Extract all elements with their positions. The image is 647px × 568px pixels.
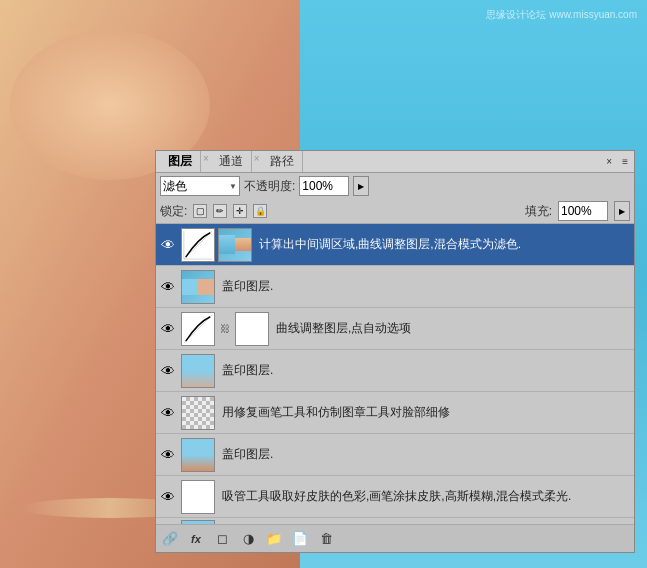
tab-divider-2: ×	[252, 151, 262, 172]
layer-thumbnail-left	[181, 312, 215, 346]
layer-item[interactable]: 👁 盖印图层.	[156, 266, 634, 308]
blend-row: 滤色 ▼ 不透明度: 100% ▶	[156, 173, 634, 199]
layer-visibility-icon[interactable]: 👁	[158, 277, 178, 297]
opacity-input[interactable]: 100%	[299, 176, 349, 196]
layer-item[interactable]: 👁 吸管工具吸取好皮肤的色彩,画笔涂抹皮肤,高斯模糊,混合模式柔光.	[156, 476, 634, 518]
blend-mode-arrow: ▼	[229, 182, 237, 191]
delete-layer-button[interactable]: 🗑	[316, 529, 336, 549]
layer-thumbnail	[181, 396, 215, 430]
layer-name: 计算出中间调区域,曲线调整图层,混合模式为滤色.	[255, 236, 632, 253]
close-button[interactable]: ×	[602, 155, 616, 169]
watermark: 思缘设计论坛 www.missyuan.com	[486, 8, 637, 22]
lock-transparency-icon[interactable]: ▢	[193, 204, 207, 218]
layer-thumbnail	[181, 438, 215, 472]
tab-layers[interactable]: 图层	[160, 151, 201, 172]
layer-thumbnail	[181, 354, 215, 388]
layer-thumbnail-left	[181, 228, 215, 262]
layer-thumbnail	[181, 520, 215, 525]
blend-mode-select[interactable]: 滤色 ▼	[160, 176, 240, 196]
layer-link-icon: ⛓	[220, 323, 230, 334]
layer-style-button[interactable]: fx	[186, 529, 206, 549]
adjustment-layer-button[interactable]: ◑	[238, 529, 258, 549]
layer-item[interactable]: 👁 ⛓ 曲线调整图层,点自动选项	[156, 308, 634, 350]
layer-thumbnail	[181, 270, 215, 304]
link-layers-button[interactable]: 🔗	[160, 529, 180, 549]
fill-arrow-button[interactable]: ▶	[614, 201, 630, 221]
layers-panel: 图层 × 通道 × 路径 × ≡ 滤色 ▼ 不透明度: 100% ▶ 锁定: ▢…	[155, 150, 635, 553]
layer-visibility-icon[interactable]: 👁	[158, 403, 178, 423]
layers-list: 👁 计算出中间调区域,曲线调整图层,混合模式为滤色. 👁	[156, 224, 634, 524]
new-layer-button[interactable]: 📄	[290, 529, 310, 549]
layer-visibility-icon[interactable]: 👁	[158, 487, 178, 507]
layer-thumbnail-right	[235, 312, 269, 346]
lock-label: 锁定:	[160, 203, 187, 220]
layer-visibility-icon[interactable]: 👁	[158, 319, 178, 339]
layer-visibility-icon[interactable]: 👁	[158, 523, 178, 525]
tab-channels[interactable]: 通道	[211, 151, 252, 172]
layer-name: 吸管工具吸取好皮肤的色彩,画笔涂抹皮肤,高斯模糊,混合模式柔光.	[218, 488, 632, 505]
layer-item[interactable]: 👁 计算出中间调区域,曲线调整图层,混合模式为滤色.	[156, 224, 634, 266]
fill-input[interactable]: 100%	[558, 201, 608, 221]
layer-item[interactable]: 👁 盖印图层.	[156, 434, 634, 476]
add-mask-button[interactable]: ◻	[212, 529, 232, 549]
lock-move-icon[interactable]: ✛	[233, 204, 247, 218]
panel-tabs: 图层 × 通道 × 路径	[160, 151, 303, 172]
layer-name: 盖印图层.	[218, 362, 632, 379]
opacity-label: 不透明度:	[244, 178, 295, 195]
opacity-value: 100%	[302, 179, 333, 193]
layer-name: 用修复画笔工具和仿制图章工具对脸部细修	[218, 404, 632, 421]
layer-thumbnail-right	[218, 228, 252, 262]
fill-label: 填充:	[525, 203, 552, 220]
layer-item[interactable]: 👁 液化液绿痘自空跑	[156, 518, 634, 524]
panel-menu-button[interactable]: ≡	[620, 154, 630, 169]
lock-row: 锁定: ▢ ✏ ✛ 🔒 填充: 100% ▶	[156, 199, 634, 224]
blend-mode-value: 滤色	[163, 178, 187, 195]
fill-value: 100%	[561, 204, 592, 218]
tab-divider-1: ×	[201, 151, 211, 172]
tab-paths[interactable]: 路径	[262, 151, 303, 172]
lock-all-icon[interactable]: 🔒	[253, 204, 267, 218]
new-group-button[interactable]: 📁	[264, 529, 284, 549]
layer-name: 盖印图层.	[218, 446, 632, 463]
opacity-arrow-button[interactable]: ▶	[353, 176, 369, 196]
layer-item[interactable]: 👁 用修复画笔工具和仿制图章工具对脸部细修	[156, 392, 634, 434]
layer-thumbnail	[181, 480, 215, 514]
layer-visibility-icon[interactable]: 👁	[158, 235, 178, 255]
layer-visibility-icon[interactable]: 👁	[158, 445, 178, 465]
panel-controls: × ≡	[602, 154, 630, 169]
layer-name: 盖印图层.	[218, 278, 632, 295]
lock-paint-icon[interactable]: ✏	[213, 204, 227, 218]
panel-header: 图层 × 通道 × 路径 × ≡	[156, 151, 634, 173]
layer-item[interactable]: 👁 盖印图层.	[156, 350, 634, 392]
layer-visibility-icon[interactable]: 👁	[158, 361, 178, 381]
panel-toolbar: 🔗 fx ◻ ◑ 📁 📄 🗑	[156, 524, 634, 552]
layer-name: 曲线调整图层,点自动选项	[272, 320, 632, 337]
